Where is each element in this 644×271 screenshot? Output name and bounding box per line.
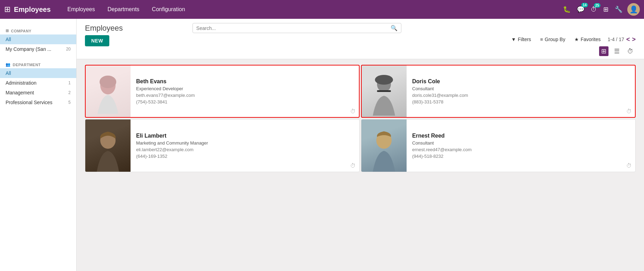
messages-badge: 14: [581, 3, 588, 7]
pagination: 1-4 / 17 < >: [607, 36, 636, 43]
search-bar[interactable]: 🔍: [193, 23, 401, 33]
company-section-title: ⊞ COMPANY: [0, 26, 76, 34]
nav-departments[interactable]: Departments: [101, 0, 146, 19]
header-row2-wrap: NEW ▼ Filters ≡ Group By ★ Favo: [85, 35, 636, 56]
employee-role: Marketing and Community Manager: [136, 140, 354, 146]
employee-name: Ernest Reed: [412, 133, 630, 139]
employee-email: doris.cole31@example.com: [412, 93, 630, 98]
filters-button[interactable]: ▼ Filters: [509, 35, 533, 44]
employee-photo-eli: [85, 119, 131, 172]
filter-icon: ▼: [511, 37, 516, 42]
top-navigation: ⊞ Employees Employees Departments Config…: [0, 0, 644, 19]
page-body: ⊞ COMPANY All My Company (San ... 20 👥 D…: [0, 19, 644, 271]
svg-point-3: [375, 75, 393, 85]
employee-card-eli[interactable]: Eli Lambert Marketing and Community Mana…: [85, 119, 360, 172]
employee-phone: (883)-331-5378: [412, 99, 630, 104]
sidebar-dept-management[interactable]: Management 2: [0, 88, 76, 98]
clock-badge: 25: [594, 3, 600, 8]
sidebar: ⊞ COMPANY All My Company (San ... 20 👥 D…: [0, 19, 77, 271]
clock-icon[interactable]: ⏱ 25: [589, 5, 598, 15]
employee-email: beth.evans77@example.com: [136, 93, 354, 98]
activity-clock-icon[interactable]: ⏱: [350, 108, 356, 115]
page-title: Employees: [85, 24, 123, 33]
employee-info-doris: Doris Cole Consultant doris.cole31@examp…: [407, 65, 635, 117]
header-controls: ▼ Filters ≡ Group By ★ Favorites 1-4 /: [113, 35, 636, 56]
star-icon: ★: [574, 37, 579, 42]
prev-page-button[interactable]: <: [626, 36, 630, 43]
sidebar-company-all[interactable]: All: [0, 34, 76, 44]
next-page-button[interactable]: >: [632, 36, 636, 43]
activity-clock-icon[interactable]: ⏱: [350, 163, 356, 169]
bug-icon[interactable]: 🐛: [561, 4, 572, 15]
messages-icon[interactable]: 💬 14: [575, 4, 586, 15]
employees-grid: Beth Evans Experienced Developer beth.ev…: [85, 65, 636, 172]
app-brand: Employees: [14, 6, 51, 14]
employee-name: Doris Cole: [412, 78, 630, 85]
svg-point-1: [100, 76, 116, 88]
grid-icon[interactable]: ⊞: [602, 4, 610, 15]
svg-rect-4: [377, 90, 391, 92]
employee-role: Experienced Developer: [136, 86, 354, 91]
employee-card-beth[interactable]: Beth Evans Experienced Developer beth.ev…: [85, 65, 360, 118]
content-header: Employees 🔍 NEW ▼ Filters ≡: [77, 19, 644, 59]
main-content: Employees 🔍 NEW ▼ Filters ≡: [77, 19, 644, 271]
employee-email: eli.lambert22@example.com: [136, 147, 354, 152]
employee-photo-doris: [361, 65, 407, 117]
tools-icon[interactable]: 🔧: [613, 4, 624, 15]
user-avatar[interactable]: 👤: [627, 3, 640, 16]
employee-role: Consultant: [412, 140, 630, 146]
search-icon[interactable]: 🔍: [391, 25, 398, 31]
header-row1: Employees 🔍: [85, 23, 636, 33]
groupby-icon: ≡: [540, 37, 543, 42]
department-section-icon: 👥: [6, 62, 11, 67]
view-toggle: ⊞ ☰ ⏱: [599, 46, 636, 56]
employee-role: Consultant: [412, 86, 630, 91]
top-menu: Employees Departments Configuration: [61, 0, 561, 19]
activity-clock-icon[interactable]: ⏱: [626, 108, 632, 115]
sidebar-company-mycompany[interactable]: My Company (San ... 20: [0, 44, 76, 54]
favorites-button[interactable]: ★ Favorites: [572, 35, 603, 44]
department-section-title: 👥 DEPARTMENT: [0, 60, 76, 68]
employee-phone: (644)-169-1352: [136, 154, 354, 159]
employee-phone: (754)-532-3841: [136, 99, 354, 104]
list-view-button[interactable]: ☰: [612, 46, 622, 56]
sidebar-dept-all[interactable]: All: [0, 68, 76, 78]
activity-view-button[interactable]: ⏱: [625, 47, 636, 56]
employee-name: Eli Lambert: [136, 133, 354, 139]
groupby-button[interactable]: ≡ Group By: [538, 35, 567, 44]
kanban-view-button[interactable]: ⊞: [599, 46, 608, 56]
activity-clock-icon[interactable]: ⏱: [626, 163, 632, 169]
employee-phone: (944)-518-8232: [412, 154, 630, 159]
employee-info-beth: Beth Evans Experienced Developer beth.ev…: [131, 65, 359, 117]
grid-menu-icon[interactable]: ⊞: [4, 5, 10, 14]
cards-area: Beth Evans Experienced Developer beth.ev…: [77, 59, 644, 271]
search-input[interactable]: [196, 25, 391, 31]
nav-employees[interactable]: Employees: [61, 0, 101, 19]
new-button[interactable]: NEW: [85, 35, 109, 46]
sidebar-dept-professional[interactable]: Professional Services 5: [0, 98, 76, 107]
employee-info-eli: Eli Lambert Marketing and Community Mana…: [131, 119, 359, 172]
employee-photo-beth: [85, 65, 131, 117]
employee-photo-ernest: [361, 119, 407, 172]
employee-card-ernest[interactable]: Ernest Reed Consultant ernest.reed47@exa…: [361, 119, 636, 172]
topnav-actions: 🐛 💬 14 ⏱ 25 ⊞ 🔧 👤: [561, 3, 640, 16]
nav-configuration[interactable]: Configuration: [146, 0, 191, 19]
employee-name: Beth Evans: [136, 78, 354, 85]
filter-bar: ▼ Filters ≡ Group By ★ Favorites 1-4 /: [509, 35, 636, 44]
employee-card-doris[interactable]: Doris Cole Consultant doris.cole31@examp…: [361, 65, 636, 118]
sidebar-dept-administration[interactable]: Administration 1: [0, 78, 76, 88]
employee-info-ernest: Ernest Reed Consultant ernest.reed47@exa…: [407, 119, 635, 172]
company-section-icon: ⊞: [6, 29, 9, 33]
employee-email: ernest.reed47@example.com: [412, 147, 630, 152]
